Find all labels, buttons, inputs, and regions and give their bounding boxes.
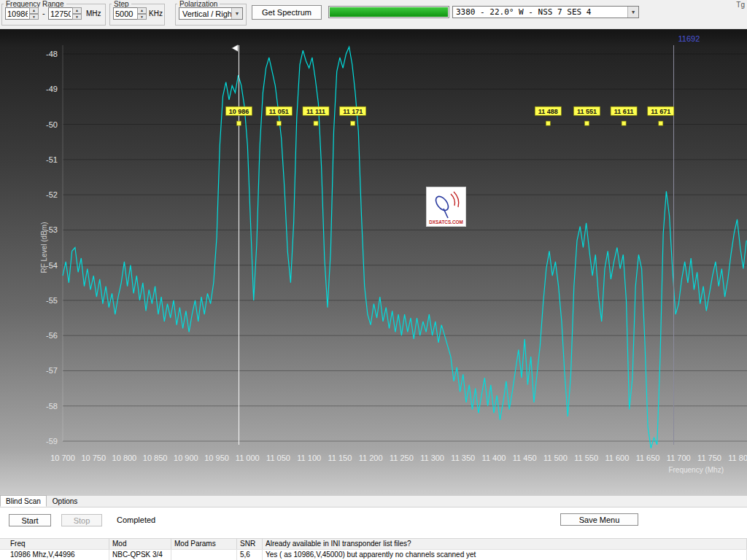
step-down-button[interactable]: ▼ (137, 14, 147, 20)
freq-to-input[interactable] (48, 7, 72, 20)
marker-flag-label: 10 986 (229, 108, 249, 115)
corner-text: Tg (736, 1, 745, 9)
column-header-freq: Freq (0, 538, 109, 549)
freq-from-down-button[interactable]: ▼ (29, 14, 39, 20)
x-tick-label: 11 700 (667, 454, 691, 462)
spectrum-trace (63, 47, 746, 448)
freq-from-spinner: ▲ ▼ (5, 7, 39, 20)
freq-to-spin-buttons: ▲ ▼ (72, 7, 82, 20)
column-header-mod: Mod (109, 538, 171, 549)
spectrum-plot[interactable]: -48-49-50-51-52-53-54-55-56-57-58-5910 7… (0, 29, 747, 496)
marker-flag-label: 11 611 (614, 108, 634, 115)
marker-flag-label: 11 551 (577, 108, 597, 115)
x-tick-label: 11 750 (697, 454, 721, 462)
tab-blind-scan[interactable]: Blind Scan (0, 495, 47, 507)
marker-tick (659, 121, 663, 125)
x-tick-label: 11 000 (236, 454, 260, 462)
step-up-button[interactable]: ▲ (137, 7, 147, 14)
x-tick-label: 11 550 (574, 454, 598, 462)
marker-flag-label: 11 171 (343, 108, 363, 115)
marker-tick (314, 121, 318, 125)
satellite-select[interactable]: 3380 - 22.0° W - NSS 7 SES 4 ▼ (452, 6, 639, 18)
y-tick-label: -58 (46, 402, 58, 411)
progress-bar (328, 6, 449, 18)
signal-arc (451, 194, 454, 206)
marker-tick (546, 121, 550, 125)
y-tick-label: -50 (46, 120, 58, 129)
freq-from-up-button[interactable]: ▲ (29, 7, 39, 14)
marker-tick (351, 121, 355, 125)
y-tick-label: -59 (46, 437, 58, 446)
y-axis-title: RF Level (dBm) (40, 222, 48, 273)
frequency-range-label: Frequency Range (4, 1, 66, 7)
y-tick-label: -48 (46, 50, 58, 58)
x-tick-label: 10 900 (174, 454, 198, 462)
y-tick-label: -56 (46, 331, 58, 340)
chevron-down-icon: ▼ (231, 8, 242, 19)
tab-options[interactable]: Options (47, 495, 83, 507)
x-tick-label: 11 100 (297, 454, 321, 462)
freq-unit-label: MHz (86, 9, 101, 18)
y-tick-label: -52 (46, 190, 58, 199)
polarization-select[interactable]: Vertical / Right ▼ (179, 7, 243, 20)
freq-from-spin-buttons: ▲ ▼ (29, 7, 39, 20)
x-tick-label: 10 700 (50, 454, 75, 462)
column-header-snr: SNR (237, 538, 263, 549)
table-cell-availability[interactable]: Yes ( as 10986,V,45000) but apparently n… (263, 549, 747, 560)
progress-fill (330, 7, 448, 17)
polarization-label: Polarization (177, 1, 220, 7)
x-tick-label: 11 350 (451, 454, 475, 462)
table-cell-mod-params[interactable] (171, 549, 237, 560)
marker-tick (584, 121, 589, 125)
step-input[interactable] (113, 7, 137, 20)
x-tick-label: 11 600 (605, 454, 629, 462)
start-button[interactable]: Start (9, 514, 51, 526)
table-cell-freq[interactable]: 10986 Mhz,V,44996 (0, 549, 109, 560)
x-tick-label: 10 750 (81, 454, 106, 462)
app-window: Frequency Range ▲ ▼ - ▲ ▼ MHz Step (0, 0, 747, 560)
marker-tick (276, 121, 281, 125)
x-tick-label: 11 250 (390, 454, 414, 462)
step-label: Step (112, 1, 131, 7)
bottom-panel: Blind Scan Options Start Stop Completed … (0, 496, 747, 560)
x-tick-label: 11 200 (359, 454, 383, 462)
get-spectrum-button[interactable]: Get Spectrum (252, 5, 322, 20)
y-tick-label: -49 (46, 85, 58, 93)
x-tick-label: 11 650 (636, 454, 660, 462)
freq-from-input[interactable] (5, 7, 29, 20)
y-tick-label: -57 (46, 366, 58, 375)
x-tick-label: 11 800 (728, 454, 747, 462)
x-tick-label: 11 300 (420, 454, 444, 462)
x-axis-title: Frequency (Mhz) (668, 466, 724, 474)
table-cell-snr[interactable]: 5,6 (237, 549, 263, 560)
marker-flag-label: 11 111 (306, 108, 325, 115)
frequency-range-group: Frequency Range ▲ ▼ - ▲ ▼ MHz (1, 1, 106, 26)
spectrum-area: -48-49-50-51-52-53-54-55-56-57-58-5910 7… (0, 29, 747, 496)
table-cell-mod[interactable]: NBC-QPSK 3/4 (109, 549, 171, 560)
dxsatcs-logo: DXSATCS.COM (426, 187, 466, 227)
stop-button[interactable]: Stop (61, 514, 102, 526)
range-separator: - (42, 9, 45, 18)
toolbar: Frequency Range ▲ ▼ - ▲ ▼ MHz Step (0, 0, 747, 29)
y-tick-label: -51 (46, 155, 58, 164)
polarization-group: Polarization Vertical / Right ▼ (175, 1, 247, 26)
x-tick-label: 11 450 (513, 454, 537, 462)
marker-flag-label: 11 488 (538, 108, 558, 115)
save-menu-button[interactable]: Save Menu (560, 513, 638, 526)
cursor-arrow-icon[interactable] (231, 44, 238, 52)
column-header-availability: Already available in INI transponder lis… (263, 538, 747, 549)
marker-tick (622, 121, 626, 125)
reference-line-label: 11692 (678, 34, 700, 43)
column-header-mod-params: Mod Params (171, 538, 237, 549)
marker-flag-label: 11 051 (269, 108, 289, 115)
x-tick-label: 11 150 (328, 454, 352, 462)
step-spinner: ▲ ▼ (113, 7, 147, 20)
freq-to-down-button[interactable]: ▼ (72, 14, 82, 20)
satellite-value: 3380 - 22.0° W - NSS 7 SES 4 (453, 7, 627, 17)
x-tick-label: 10 950 (204, 454, 229, 462)
x-tick-label: 11 050 (266, 454, 290, 462)
step-spin-buttons: ▲ ▼ (137, 7, 147, 20)
freq-to-up-button[interactable]: ▲ (72, 7, 82, 14)
marker-flag-label: 11 671 (651, 108, 670, 115)
x-tick-label: 10 850 (143, 454, 168, 462)
